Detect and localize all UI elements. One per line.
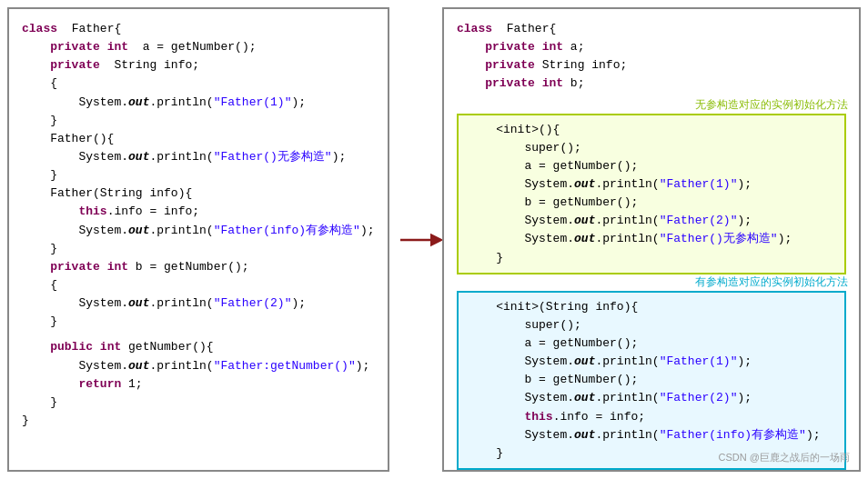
info-text: info bbox=[591, 58, 620, 72]
blue-init-box: <init>(String info){ super(); a = getNum… bbox=[457, 291, 846, 470]
watermark: CSDN @巨鹿之战后的一场雨 bbox=[719, 451, 850, 464]
blue-label: 有参构造对应的实例初始化方法 bbox=[695, 274, 848, 290]
arrow-container bbox=[397, 0, 442, 479]
right-panel: class Father{ private int a; private Str… bbox=[442, 7, 861, 472]
right-code-content: class Father{ private int a; private Str… bbox=[457, 20, 846, 472]
left-panel: class Father{ private int a = getNumber(… bbox=[7, 7, 389, 472]
green-label: 无参构造对应的实例初始化方法 bbox=[695, 97, 848, 113]
right-arrow-icon bbox=[397, 222, 442, 258]
green-init-box: <init>(){ super(); a = getNumber(); Syst… bbox=[457, 114, 846, 274]
